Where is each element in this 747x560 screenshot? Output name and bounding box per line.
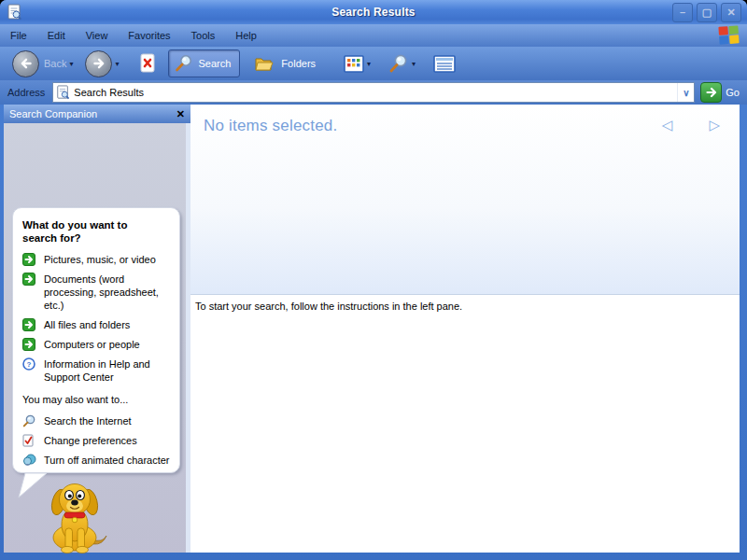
help-icon: ?: [22, 357, 37, 384]
preview-dropdown-icon[interactable]: ▾: [412, 60, 416, 68]
selection-band: No items selected. ◁ ▷: [190, 105, 740, 295]
search-companion-bubble: What do you want to search for? Pictures…: [12, 207, 180, 473]
toolbar: Back ▾ ▾: [0, 47, 747, 80]
go-button[interactable]: [700, 82, 722, 103]
folders-button[interactable]: Folders: [249, 51, 320, 76]
menu-favorites[interactable]: Favorites: [118, 26, 180, 45]
views-dropdown-icon[interactable]: ▾: [367, 60, 371, 68]
green-arrow-icon: [22, 338, 37, 351]
address-label: Address: [7, 87, 45, 98]
search-results-icon: [7, 4, 22, 21]
internet-search-icon: [22, 414, 37, 427]
views-grid-icon: [344, 55, 364, 73]
search-results-icon: [56, 85, 70, 100]
details-button[interactable]: [433, 55, 456, 73]
bubble-heading: What do you want to search for?: [22, 218, 162, 245]
minimize-button[interactable]: –: [672, 3, 693, 22]
link-search-internet[interactable]: Search the Internet: [22, 414, 172, 427]
missing-icon: [139, 53, 156, 74]
close-pane-icon[interactable]: ✕: [176, 108, 185, 120]
back-dropdown-icon[interactable]: ▾: [69, 60, 73, 68]
character-icon: [22, 454, 37, 467]
forward-button[interactable]: ▾: [80, 48, 126, 80]
search-companion-header: Search Companion ✕: [4, 105, 190, 123]
search-link-help-center[interactable]: ? Information in Help and Support Center: [22, 357, 172, 384]
folder-icon: [254, 54, 276, 73]
magnifier-icon: [175, 54, 193, 73]
magnifier-icon: [388, 53, 409, 74]
address-input[interactable]: Search Results ∨: [52, 82, 695, 103]
search-results-window: Search Results – ▢ ✕ File Edit View Favo…: [0, 0, 747, 560]
svg-text:?: ?: [27, 360, 32, 369]
address-value: Search Results: [74, 87, 144, 98]
back-label: Back: [44, 58, 66, 69]
menu-edit[interactable]: Edit: [37, 26, 76, 45]
green-arrow-icon: [22, 273, 37, 312]
link-turn-off-character[interactable]: Turn off animated character: [22, 454, 172, 467]
address-dropdown-icon[interactable]: ∨: [677, 83, 694, 102]
address-bar: Address Search Results ∨ Go: [0, 80, 747, 105]
search-companion-title: Search Companion: [9, 108, 97, 119]
search-companion-body: What do you want to search for? Pictures…: [4, 123, 190, 553]
forward-arrow-icon: [85, 50, 112, 77]
maximize-button[interactable]: ▢: [697, 3, 717, 22]
titlebar: Search Results – ▢ ✕: [0, 0, 747, 24]
menu-file[interactable]: File: [0, 26, 37, 45]
back-button[interactable]: Back ▾: [7, 48, 80, 80]
link-change-preferences[interactable]: Change preferences: [22, 434, 172, 447]
search-link-all-files[interactable]: All files and folders: [22, 318, 172, 331]
search-link-computers[interactable]: Computers or people: [22, 338, 172, 351]
instructions-text: To start your search, follow the instruc…: [190, 295, 740, 313]
search-label: Search: [199, 58, 232, 69]
windows-logo-icon: [719, 26, 740, 45]
results-area: No items selected. ◁ ▷ To start your sea…: [190, 105, 740, 553]
folders-label: Folders: [281, 58, 316, 69]
rover-dog-character[interactable]: [34, 478, 116, 554]
status-heading: No items selected.: [190, 105, 740, 135]
stop-button[interactable]: [139, 53, 156, 74]
menu-tools[interactable]: Tools: [181, 26, 226, 45]
green-arrow-icon: [22, 253, 37, 266]
forward-dropdown-icon[interactable]: ▾: [115, 60, 119, 68]
preferences-icon: [22, 434, 37, 447]
menu-view[interactable]: View: [76, 26, 119, 45]
search-companion-pane: Search Companion ✕ What do you want to s…: [4, 105, 190, 553]
green-arrow-icon: [22, 318, 37, 331]
search-link-pictures[interactable]: Pictures, music, or video: [22, 253, 172, 266]
search-button[interactable]: Search: [168, 49, 241, 77]
back-arrow-icon: [12, 50, 39, 77]
search-link-documents[interactable]: Documents (word processing, spreadsheet,…: [22, 273, 172, 312]
previous-item-icon[interactable]: ◁: [661, 118, 672, 132]
close-button[interactable]: ✕: [721, 3, 741, 22]
go-label: Go: [726, 87, 740, 98]
menu-help[interactable]: Help: [225, 26, 267, 45]
details-icon: [433, 55, 456, 73]
bubble-secondary-heading: You may also want to...: [22, 393, 172, 406]
next-item-icon[interactable]: ▷: [709, 118, 720, 132]
preview-button[interactable]: ▾: [388, 53, 418, 74]
window-controls: – ▢ ✕: [672, 3, 741, 22]
menu-bar: File Edit View Favorites Tools Help: [0, 24, 747, 47]
views-button[interactable]: ▾: [344, 55, 374, 73]
window-title: Search Results: [0, 6, 747, 19]
